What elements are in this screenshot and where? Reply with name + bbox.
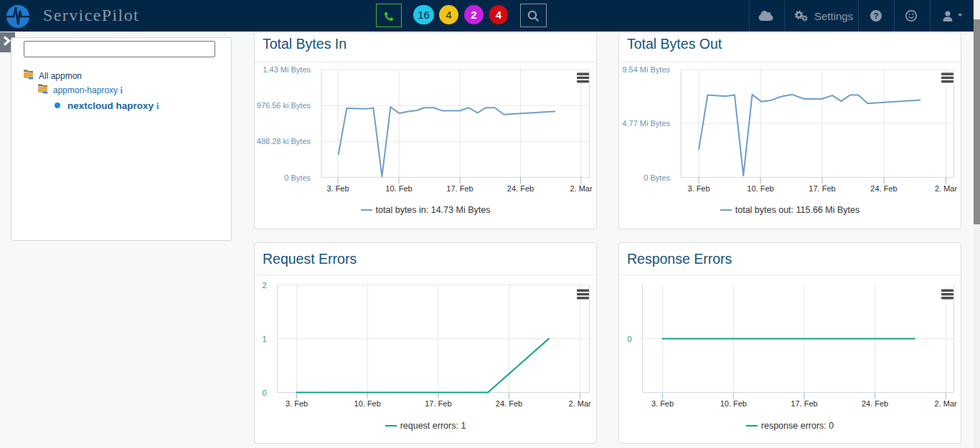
svg-text:?: ? [873,11,878,20]
svg-text:4.77 Mi Bytes: 4.77 Mi Bytes [622,119,670,128]
svg-text:17. Feb: 17. Feb [809,184,835,192]
svg-text:2. Mar: 2. Mar [569,399,592,408]
svg-text:2: 2 [262,280,266,289]
svg-text:3. Feb: 3. Feb [651,399,674,408]
svg-text:24. Feb: 24. Feb [870,184,897,192]
svg-text:1: 1 [262,334,266,343]
svg-text:0: 0 [627,334,631,343]
svg-text:17. Feb: 17. Feb [791,399,817,408]
svg-text:17. Feb: 17. Feb [425,399,451,408]
svg-text:10. Feb: 10. Feb [720,399,747,408]
svg-text:10. Feb: 10. Feb [385,184,412,192]
svg-text:3. Feb: 3. Feb [687,184,710,192]
svg-text:976.56 ki Bytes: 976.56 ki Bytes [257,101,311,110]
svg-text:0: 0 [262,388,266,396]
svg-text:3. Feb: 3. Feb [326,184,349,192]
svg-text:17. Feb: 17. Feb [446,184,473,192]
svg-text:488.28 ki Bytes: 488.28 ki Bytes [257,137,311,146]
svg-text:9.54 Mi Bytes: 9.54 Mi Bytes [622,65,670,74]
svg-text:0 Bytes: 0 Bytes [644,173,670,181]
svg-text:2. Mar: 2. Mar [570,184,593,192]
svg-text:1.43 Mi Bytes: 1.43 Mi Bytes [263,65,311,74]
svg-text:24. Feb: 24. Feb [862,399,888,408]
svg-text:24. Feb: 24. Feb [496,399,522,408]
svg-text:0 Bytes: 0 Bytes [284,173,311,181]
svg-text:3. Feb: 3. Feb [286,399,308,408]
svg-text:10. Feb: 10. Feb [747,184,773,192]
svg-text:10. Feb: 10. Feb [354,399,381,408]
svg-text:2. Mar: 2. Mar [935,184,958,192]
svg-text:24. Feb: 24. Feb [507,184,534,192]
svg-text:2. Mar: 2. Mar [935,399,958,408]
